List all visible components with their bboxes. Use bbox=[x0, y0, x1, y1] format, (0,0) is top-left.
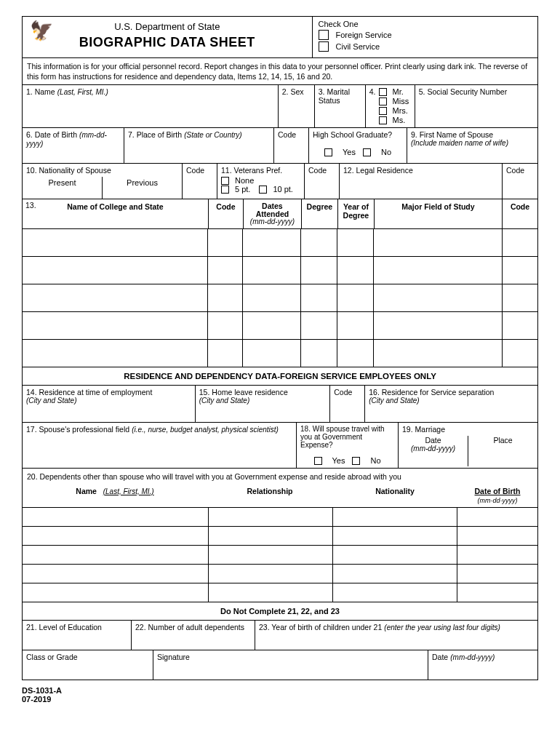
field-name[interactable]: 1. Name (Last, First, MI.) bbox=[23, 85, 279, 127]
dependent-row[interactable] bbox=[23, 583, 537, 602]
field-spouse-name[interactable]: 9. First Name of Spouse (Include maiden … bbox=[407, 128, 537, 163]
vet-none-label: None bbox=[235, 176, 254, 185]
form-revision: 07-2019 bbox=[22, 695, 538, 704]
field-ssn[interactable]: 5. Social Security Number bbox=[415, 85, 537, 127]
dep-name-hint: (Last, First, MI.) bbox=[103, 487, 154, 495]
college-row[interactable] bbox=[23, 340, 537, 367]
field-home-leave-code[interactable]: Code bbox=[330, 386, 365, 422]
f23-hint: (enter the year using last four digits) bbox=[384, 624, 500, 632]
hs-yes-checkbox[interactable] bbox=[324, 148, 332, 156]
college-row[interactable] bbox=[23, 284, 537, 312]
pob-code-label: Code bbox=[278, 130, 296, 139]
miss-label: Miss bbox=[393, 97, 409, 105]
spouse-travel-no-checkbox[interactable] bbox=[352, 457, 360, 465]
field-spouse-nat-code[interactable]: Code bbox=[183, 164, 217, 199]
dep-dob-hint: (mm-dd-yyyy) bbox=[478, 497, 518, 504]
field-marriage-date[interactable]: Date (mm-dd-yyyy) bbox=[399, 436, 468, 466]
department-name: U.S. Department of State bbox=[28, 21, 306, 32]
vet-label: 11. Veterans Pref. bbox=[221, 166, 300, 175]
signature-label: Signature bbox=[157, 653, 190, 661]
f18-yes: Yes bbox=[332, 456, 345, 465]
civil-service-checkbox[interactable] bbox=[319, 41, 329, 52]
f15-label: 15. Home leave residence bbox=[199, 388, 326, 397]
field-education-level[interactable]: 21. Level of Education bbox=[23, 621, 132, 650]
mrs-checkbox[interactable] bbox=[379, 107, 387, 115]
mr-checkbox[interactable] bbox=[379, 88, 387, 96]
hs-no-label: No bbox=[381, 148, 391, 156]
row-3: 10. Nationality of Spouse Present Previo… bbox=[23, 164, 537, 199]
field-separation-residence[interactable]: 16. Residence for Service separation (Ci… bbox=[365, 386, 537, 422]
f16-label: 16. Residence for Service separation bbox=[369, 388, 534, 397]
field-legal-res-code[interactable]: Code bbox=[503, 164, 537, 199]
field-marriage-place[interactable]: Place bbox=[468, 436, 537, 466]
field-marital[interactable]: 3. Marital Status bbox=[315, 85, 366, 127]
header-left: 🦅 U.S. Department of State BIOGRAPHIC DA… bbox=[23, 17, 312, 57]
field-class-grade[interactable]: Class or Grade bbox=[23, 650, 153, 680]
field-legal-residence[interactable]: 12. Legal Residence bbox=[340, 164, 503, 199]
check-one-label: Check One bbox=[319, 20, 532, 28]
hs-label: High School Graduate? bbox=[313, 130, 403, 139]
spouse-nat-previous[interactable]: Previous bbox=[103, 177, 182, 199]
header-right: Check One Foreign Service Civil Service bbox=[312, 17, 537, 57]
miss-checkbox[interactable] bbox=[379, 97, 387, 105]
field-dob[interactable]: 6. Date of Birth (mm-dd-yyyy) bbox=[23, 128, 124, 163]
instruction-text: This information is for your official pe… bbox=[23, 58, 537, 85]
dependents-header: Name (Last, First, MI.) Relationship Nat… bbox=[23, 484, 537, 508]
pob-label: 7. Place of Birth bbox=[128, 130, 182, 139]
college-row[interactable] bbox=[23, 257, 537, 284]
field-residence-employment[interactable]: 14. Residence at time of employment (Cit… bbox=[23, 386, 196, 422]
name-hint: (Last, First, MI.) bbox=[57, 88, 108, 96]
field-vet-code[interactable]: Code bbox=[305, 164, 340, 199]
college-head: Name of College and State bbox=[67, 202, 163, 211]
dep-name-head: Name bbox=[76, 487, 97, 495]
state-seal-icon: 🦅 bbox=[30, 21, 53, 40]
row-1: 1. Name (Last, First, MI.) 2. Sex 3. Mar… bbox=[23, 85, 537, 128]
dependent-row[interactable] bbox=[23, 527, 537, 546]
dep-dob-head: Date of Birth bbox=[475, 487, 521, 495]
field-pob-code[interactable]: Code bbox=[274, 128, 309, 163]
sex-label: 2. Sex bbox=[282, 87, 304, 96]
field-pob[interactable]: 7. Place of Birth (State or Country) bbox=[124, 128, 274, 163]
field-signature[interactable]: Signature bbox=[153, 650, 428, 680]
hs-yes-label: Yes bbox=[343, 148, 356, 156]
spouse-nat-code-label: Code bbox=[186, 166, 204, 175]
f14-hint: (City and State) bbox=[26, 397, 191, 405]
foreign-service-label: Foreign Service bbox=[336, 31, 392, 39]
prefix-num: 4. bbox=[369, 87, 376, 96]
major-code-head: Code bbox=[511, 202, 529, 211]
date-hint: (mm-dd-yyyy) bbox=[450, 653, 495, 661]
spouse-nat-present[interactable]: Present bbox=[23, 177, 103, 199]
vet-10pt-checkbox[interactable] bbox=[259, 186, 267, 194]
dep-rel-head: Relationship bbox=[247, 487, 292, 495]
field-spouse-profession[interactable]: 17. Spouse's professional field (i.e., n… bbox=[23, 423, 297, 468]
f19-date-hint: (mm-dd-yyyy) bbox=[399, 445, 468, 453]
field-sex[interactable]: 2. Sex bbox=[279, 85, 315, 127]
hs-no-checkbox[interactable] bbox=[363, 148, 371, 156]
college-row[interactable] bbox=[23, 312, 537, 340]
college-row[interactable] bbox=[23, 229, 537, 257]
vet-10pt-label: 10 pt. bbox=[273, 185, 293, 194]
residence-section-title: RESIDENCE AND DEPENDENCY DATA-FOREIGN SE… bbox=[23, 367, 537, 386]
form-footer: DS-1031-A 07-2019 bbox=[22, 686, 538, 704]
vet-code-label: Code bbox=[308, 166, 327, 175]
dependent-row[interactable] bbox=[23, 508, 537, 527]
spouse-name-label: 9. First Name of Spouse bbox=[411, 130, 534, 139]
field-children-yob[interactable]: 23. Year of birth of children under 21 (… bbox=[255, 621, 537, 650]
field-home-leave[interactable]: 15. Home leave residence (City and State… bbox=[196, 386, 330, 422]
f17-label: 17. Spouse's professional field bbox=[26, 425, 129, 434]
f18-label: 18. Will spouse travel with you at Gover… bbox=[300, 425, 394, 449]
field-adult-dependents[interactable]: 22. Number of adult dependents bbox=[132, 621, 255, 650]
vet-5pt-checkbox[interactable] bbox=[221, 186, 229, 194]
field-marriage: 19. Marriage Date (mm-dd-yyyy) Place bbox=[399, 423, 537, 468]
pob-hint: (State or Country) bbox=[184, 131, 241, 139]
dependent-row[interactable] bbox=[23, 546, 537, 565]
form-container: 🦅 U.S. Department of State BIOGRAPHIC DA… bbox=[22, 16, 538, 680]
spouse-travel-yes-checkbox[interactable] bbox=[314, 457, 322, 465]
dependent-row[interactable] bbox=[23, 565, 537, 583]
f19-label: 19. Marriage bbox=[399, 423, 537, 436]
ms-checkbox[interactable] bbox=[379, 116, 387, 124]
foreign-service-checkbox[interactable] bbox=[319, 30, 329, 40]
field-date[interactable]: Date (mm-dd-yyyy) bbox=[428, 650, 537, 680]
vet-none-checkbox[interactable] bbox=[221, 177, 229, 185]
dob-label: 6. Date of Birth bbox=[26, 130, 77, 139]
